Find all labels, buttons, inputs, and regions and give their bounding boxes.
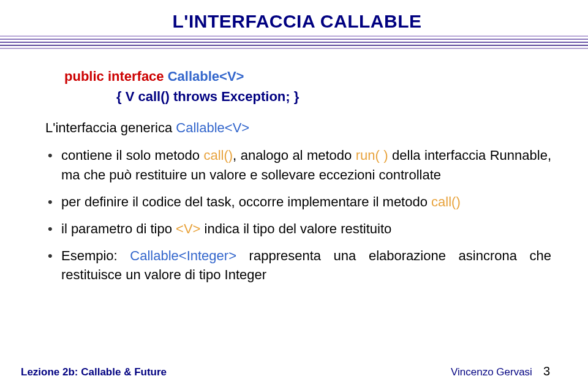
rule-line: [0, 45, 588, 46]
list-item: per definire il codice del task, occorre…: [45, 192, 551, 212]
text-segment: contiene il solo metodo: [61, 148, 203, 163]
footer-author: Vincenzo Gervasi: [451, 366, 532, 378]
text-segment: <V>: [176, 221, 200, 236]
text-segment: indica il tipo del valore restituito: [200, 221, 391, 236]
intro-text: L'interfaccia generica Callable<V>: [45, 120, 551, 136]
intro-type: Callable<V>: [176, 120, 249, 135]
text-segment: Callable<Integer>: [130, 248, 236, 263]
rule-line: [0, 39, 588, 40]
code-line-2: { V call() throws Exception; }: [64, 86, 551, 107]
footer: Lezione 2b: Callable & Future Vincenzo G…: [0, 364, 588, 378]
rule-line: [0, 42, 588, 43]
code-snippet: public interface Callable<V> { V call() …: [64, 66, 551, 107]
title-underline: [0, 36, 588, 49]
list-item: contiene il solo metodo call(), analogo …: [45, 146, 551, 185]
code-type: Callable<V>: [168, 69, 244, 84]
page-title: L'INTERFACCIA CALLABLE: [43, 11, 551, 32]
footer-left: Lezione 2b: Callable & Future: [21, 366, 167, 378]
text-segment: Esempio:: [61, 248, 130, 263]
list-item: il parametro di tipo <V> indica il tipo …: [45, 219, 551, 239]
code-line-1: public interface Callable<V>: [64, 66, 551, 86]
text-segment: call(): [203, 148, 233, 163]
code-keyword: public interface: [64, 69, 168, 84]
text-segment: per definire il codice del task, occorre…: [61, 194, 431, 209]
page-number: 3: [543, 364, 550, 378]
text-segment: call(): [431, 194, 461, 209]
text-segment: run( ): [356, 148, 388, 163]
rule-line: [0, 48, 588, 49]
rule-line: [0, 36, 588, 37]
list-item: Esempio: Callable<Integer> rappresenta u…: [45, 246, 551, 285]
text-segment: , analogo al metodo: [233, 148, 356, 163]
text-segment: il parametro di tipo: [61, 221, 176, 236]
bullet-list: contiene il solo metodo call(), analogo …: [45, 146, 551, 285]
intro-prefix: L'interfaccia generica: [45, 120, 176, 135]
